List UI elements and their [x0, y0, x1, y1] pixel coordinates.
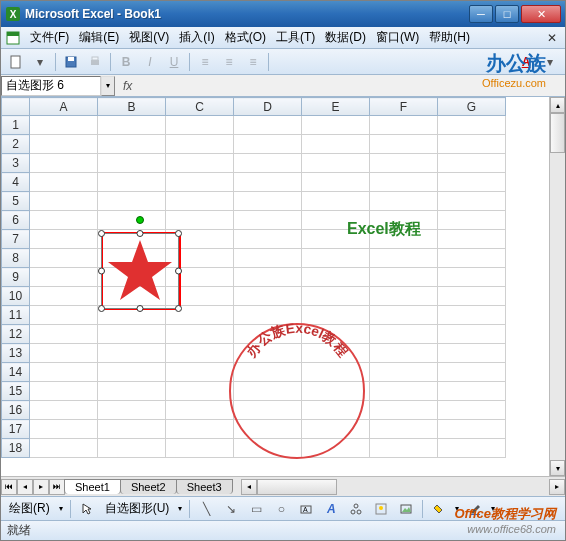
- underline-button[interactable]: U: [163, 51, 185, 73]
- row-header[interactable]: 13: [2, 344, 30, 363]
- menu-view[interactable]: 视图(V): [124, 27, 174, 48]
- col-header[interactable]: B: [98, 98, 166, 116]
- col-header[interactable]: F: [370, 98, 438, 116]
- row-header[interactable]: 16: [2, 401, 30, 420]
- sheet-tab-1[interactable]: Sheet1: [64, 479, 121, 494]
- col-header[interactable]: D: [234, 98, 302, 116]
- name-box-dropdown[interactable]: ▾: [101, 76, 115, 96]
- new-button[interactable]: [5, 51, 27, 73]
- bold-button[interactable]: B: [115, 51, 137, 73]
- menu-format[interactable]: 格式(O): [220, 27, 271, 48]
- name-box[interactable]: 自选图形 6: [1, 76, 101, 96]
- tab-last-button[interactable]: ⏭: [49, 479, 65, 495]
- row-header[interactable]: 14: [2, 363, 30, 382]
- rotate-handle[interactable]: [136, 216, 144, 224]
- row-header[interactable]: 2: [2, 135, 30, 154]
- tab-prev-button[interactable]: ◂: [17, 479, 33, 495]
- clipart-button[interactable]: [370, 498, 392, 520]
- col-header[interactable]: E: [302, 98, 370, 116]
- fx-label[interactable]: fx: [115, 79, 140, 93]
- menu-help[interactable]: 帮助(H): [424, 27, 475, 48]
- select-objects-button[interactable]: [76, 498, 98, 520]
- row-header[interactable]: 17: [2, 420, 30, 439]
- doc-close-button[interactable]: ✕: [543, 31, 561, 45]
- tab-first-button[interactable]: ⏮: [1, 479, 17, 495]
- col-header[interactable]: C: [166, 98, 234, 116]
- select-all-corner[interactable]: [2, 98, 30, 116]
- sheet-tab-3[interactable]: Sheet3: [176, 479, 233, 494]
- hscroll-thumb[interactable]: [257, 479, 337, 495]
- oval-button[interactable]: ○: [270, 498, 292, 520]
- resize-handle[interactable]: [137, 305, 144, 312]
- menubar: 文件(F) 编辑(E) 视图(V) 插入(I) 格式(O) 工具(T) 数据(D…: [1, 27, 565, 49]
- maximize-button[interactable]: □: [495, 5, 519, 23]
- italic-button[interactable]: I: [139, 51, 161, 73]
- print-button[interactable]: [84, 51, 106, 73]
- col-header[interactable]: A: [30, 98, 98, 116]
- save-button[interactable]: [60, 51, 82, 73]
- row-header[interactable]: 15: [2, 382, 30, 401]
- horizontal-scrollbar[interactable]: ◂ ▸: [241, 479, 565, 495]
- scroll-track[interactable]: [550, 113, 565, 460]
- line-color-button[interactable]: [464, 498, 486, 520]
- rectangle-button[interactable]: ▭: [245, 498, 267, 520]
- menu-data[interactable]: 数据(D): [320, 27, 371, 48]
- line-button[interactable]: ╲: [195, 498, 217, 520]
- scroll-right-button[interactable]: ▸: [549, 479, 565, 495]
- sheet-area: A B C D E F G 1 2 3 4 5 6 7 8 9 10 11 12…: [1, 97, 565, 476]
- wordart-button[interactable]: A: [320, 498, 342, 520]
- align-center-button[interactable]: ≡: [218, 51, 240, 73]
- row-header[interactable]: 3: [2, 154, 30, 173]
- menu-tools[interactable]: 工具(T): [271, 27, 320, 48]
- draw-menu[interactable]: 绘图(R): [5, 500, 54, 517]
- row-header[interactable]: 12: [2, 325, 30, 344]
- hscroll-track[interactable]: [257, 479, 549, 495]
- row-header[interactable]: 9: [2, 268, 30, 287]
- star-shape[interactable]: [105, 237, 175, 305]
- resize-handle[interactable]: [98, 305, 105, 312]
- close-button[interactable]: ✕: [521, 5, 561, 23]
- arrow-button[interactable]: ↘: [220, 498, 242, 520]
- sheet-tab-bar: ⏮ ◂ ▸ ⏭ Sheet1 Sheet2 Sheet3 ◂ ▸: [1, 476, 565, 496]
- fill-color-button[interactable]: [428, 498, 450, 520]
- menu-file[interactable]: 文件(F): [25, 27, 74, 48]
- resize-handle[interactable]: [175, 230, 182, 237]
- sheet-tab-2[interactable]: Sheet2: [120, 479, 177, 494]
- row-header[interactable]: 10: [2, 287, 30, 306]
- toolbar-dropdown[interactable]: ▾: [29, 51, 51, 73]
- row-header[interactable]: 4: [2, 173, 30, 192]
- row-header[interactable]: 1: [2, 116, 30, 135]
- scroll-down-button[interactable]: ▾: [550, 460, 565, 476]
- svg-rect-6: [68, 57, 74, 61]
- menu-window[interactable]: 窗口(W): [371, 27, 424, 48]
- align-left-button[interactable]: ≡: [194, 51, 216, 73]
- status-text: 就绪: [7, 522, 31, 539]
- row-header[interactable]: 8: [2, 249, 30, 268]
- svg-rect-20: [470, 514, 480, 515]
- resize-handle[interactable]: [175, 268, 182, 275]
- scroll-thumb[interactable]: [550, 113, 565, 153]
- col-header[interactable]: G: [438, 98, 506, 116]
- textbox-button[interactable]: A: [295, 498, 317, 520]
- resize-handle[interactable]: [137, 230, 144, 237]
- diagram-button[interactable]: [345, 498, 367, 520]
- scroll-up-button[interactable]: ▴: [550, 97, 565, 113]
- tab-next-button[interactable]: ▸: [33, 479, 49, 495]
- resize-handle[interactable]: [175, 305, 182, 312]
- row-header[interactable]: 5: [2, 192, 30, 211]
- menu-edit[interactable]: 编辑(E): [74, 27, 124, 48]
- circle-shape[interactable]: [229, 323, 365, 459]
- autoshapes-menu[interactable]: 自选图形(U): [101, 500, 174, 517]
- scroll-left-button[interactable]: ◂: [241, 479, 257, 495]
- vertical-scrollbar[interactable]: ▴ ▾: [549, 97, 565, 476]
- row-header[interactable]: 18: [2, 439, 30, 458]
- row-header[interactable]: 11: [2, 306, 30, 325]
- menu-insert[interactable]: 插入(I): [174, 27, 219, 48]
- minimize-button[interactable]: ─: [469, 5, 493, 23]
- insert-picture-button[interactable]: [395, 498, 417, 520]
- align-right-button[interactable]: ≡: [242, 51, 264, 73]
- row-header[interactable]: 7: [2, 230, 30, 249]
- resize-handle[interactable]: [98, 230, 105, 237]
- resize-handle[interactable]: [98, 268, 105, 275]
- row-header[interactable]: 6: [2, 211, 30, 230]
